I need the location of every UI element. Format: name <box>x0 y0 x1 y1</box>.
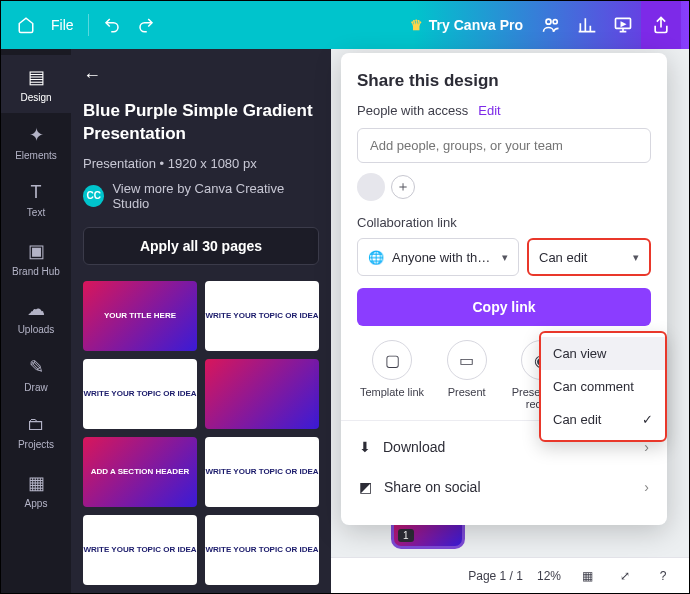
permission-menu: Can view Can comment Can edit✓ <box>539 331 667 442</box>
text-icon: T <box>31 182 42 203</box>
add-person-button[interactable]: ＋ <box>391 175 415 199</box>
template-author[interactable]: CC View more by Canva Creative Studio <box>83 181 319 211</box>
sidenav-projects[interactable]: 🗀Projects <box>1 403 71 461</box>
analytics-button[interactable] <box>569 7 605 43</box>
author-badge: CC <box>83 185 104 207</box>
apps-icon: ▦ <box>28 472 45 494</box>
draw-icon: ✎ <box>29 356 44 378</box>
try-pro-button[interactable]: ♛ Try Canva Pro <box>400 11 533 39</box>
template-meta: Presentation • 1920 x 1080 px <box>83 156 319 171</box>
sidenav-label: Projects <box>18 439 54 450</box>
sidenav-apps[interactable]: ▦Apps <box>1 461 71 519</box>
sidenav-label: Elements <box>15 150 57 161</box>
svg-point-1 <box>553 20 557 24</box>
template-thumb[interactable]: WRITE YOUR TOPIC OR IDEA <box>205 281 319 351</box>
template-link-action[interactable]: ▢Template link <box>357 340 427 410</box>
template-thumb[interactable]: WRITE YOUR TOPIC OR IDEA <box>205 437 319 507</box>
help-button[interactable]: ? <box>651 564 675 588</box>
copy-link-button[interactable]: Copy link <box>357 288 651 326</box>
link-audience-label: Anyone with the li... <box>392 250 494 265</box>
template-thumb[interactable]: WRITE YOUR TOPIC OR IDEA <box>205 515 319 585</box>
apply-all-button[interactable]: Apply all 30 pages <box>83 227 319 265</box>
present-action[interactable]: ▭Present <box>432 340 502 410</box>
sidenav-label: Apps <box>25 498 48 509</box>
divider <box>88 14 89 36</box>
template-link-icon: ▢ <box>372 340 412 380</box>
action-label: Present <box>448 386 486 398</box>
chevron-down-icon: ▾ <box>502 251 508 264</box>
chevron-right-icon: › <box>644 479 649 495</box>
sidenav-text[interactable]: TText <box>1 171 71 229</box>
download-icon: ⬇ <box>359 439 371 455</box>
sidenav-label: Text <box>27 207 45 218</box>
link-permission-label: Can edit <box>539 250 587 265</box>
brand-icon: ▣ <box>28 240 45 262</box>
sidenav-label: Design <box>20 92 51 103</box>
grid-view-button[interactable]: ▦ <box>575 564 599 588</box>
sidenav-elements[interactable]: ✦Elements <box>1 113 71 171</box>
option-label: Can comment <box>553 379 634 394</box>
template-thumb[interactable]: YOUR TITLE HERE <box>83 281 197 351</box>
access-label: People with access <box>357 103 468 118</box>
fullscreen-button[interactable]: ⤢ <box>613 564 637 588</box>
template-thumbs: YOUR TITLE HERE WRITE YOUR TOPIC OR IDEA… <box>83 281 319 585</box>
template-thumb[interactable]: WRITE YOUR TOPIC OR IDEA <box>83 515 197 585</box>
redo-icon <box>137 16 155 34</box>
avatar <box>357 173 385 201</box>
template-thumb[interactable] <box>205 359 319 429</box>
bottom-bar: Page 1 / 1 12% ▦ ⤢ ? <box>331 557 689 593</box>
people-button[interactable] <box>533 7 569 43</box>
projects-icon: 🗀 <box>27 414 45 435</box>
page-indicator[interactable]: Page 1 / 1 <box>468 569 523 583</box>
present-top-button[interactable] <box>605 7 641 43</box>
link-audience-dropdown[interactable]: 🌐 Anyone with the li... ▾ <box>357 238 519 276</box>
option-label: Can edit <box>553 412 601 427</box>
svg-point-0 <box>546 19 551 24</box>
design-icon: ▤ <box>28 66 45 88</box>
share-social-label: Share on social <box>384 479 481 495</box>
action-label: Template link <box>360 386 424 398</box>
sidenav-label: Uploads <box>18 324 55 335</box>
add-people-input[interactable] <box>357 128 651 163</box>
undo-icon <box>103 16 121 34</box>
download-label: Download <box>383 439 445 455</box>
share-icon <box>651 15 671 35</box>
access-edit-link[interactable]: Edit <box>478 103 500 118</box>
permission-option-view[interactable]: Can view <box>541 337 665 370</box>
sidenav-draw[interactable]: ✎Draw <box>1 345 71 403</box>
present-icon: ▭ <box>447 340 487 380</box>
permission-option-edit[interactable]: Can edit✓ <box>541 403 665 436</box>
back-button[interactable]: ← <box>83 65 101 86</box>
author-label: View more by Canva Creative Studio <box>112 181 319 211</box>
share-button[interactable] <box>641 1 681 49</box>
sidenav-design[interactable]: ▤Design <box>1 55 71 113</box>
sidenav-brand-hub[interactable]: ▣Brand Hub <box>1 229 71 287</box>
home-button[interactable] <box>9 8 43 42</box>
people-icon <box>541 15 561 35</box>
template-thumb[interactable]: ADD A SECTION HEADER <box>83 437 197 507</box>
permission-option-comment[interactable]: Can comment <box>541 370 665 403</box>
undo-button[interactable] <box>95 8 129 42</box>
share-panel: Share this design People with access Edi… <box>341 53 667 525</box>
elements-icon: ✦ <box>29 124 44 146</box>
option-label: Can view <box>553 346 606 361</box>
sidenav-label: Draw <box>24 382 47 393</box>
file-menu[interactable]: File <box>43 8 82 42</box>
sidenav-uploads[interactable]: ☁Uploads <box>1 287 71 345</box>
share-title: Share this design <box>357 71 651 91</box>
crown-icon: ♛ <box>410 17 423 33</box>
zoom-indicator[interactable]: 12% <box>537 569 561 583</box>
redo-button[interactable] <box>129 8 163 42</box>
template-thumb[interactable]: WRITE YOUR TOPIC OR IDEA <box>83 359 197 429</box>
share-social-row[interactable]: ◩ Share on social › <box>357 467 651 507</box>
uploads-icon: ☁ <box>27 298 45 320</box>
top-bar: File ♛ Try Canva Pro <box>1 1 689 49</box>
present-icon <box>613 15 633 35</box>
social-icon: ◩ <box>359 479 372 495</box>
check-icon: ✓ <box>642 412 653 427</box>
page-chip-number: 1 <box>398 529 414 542</box>
try-pro-label: Try Canva Pro <box>429 17 523 33</box>
side-nav: ▤Design ✦Elements TText ▣Brand Hub ☁Uplo… <box>1 49 71 593</box>
link-permission-dropdown[interactable]: Can edit ▾ <box>527 238 651 276</box>
template-panel: ← Blue Purple Simple Gradient Presentati… <box>71 49 331 593</box>
